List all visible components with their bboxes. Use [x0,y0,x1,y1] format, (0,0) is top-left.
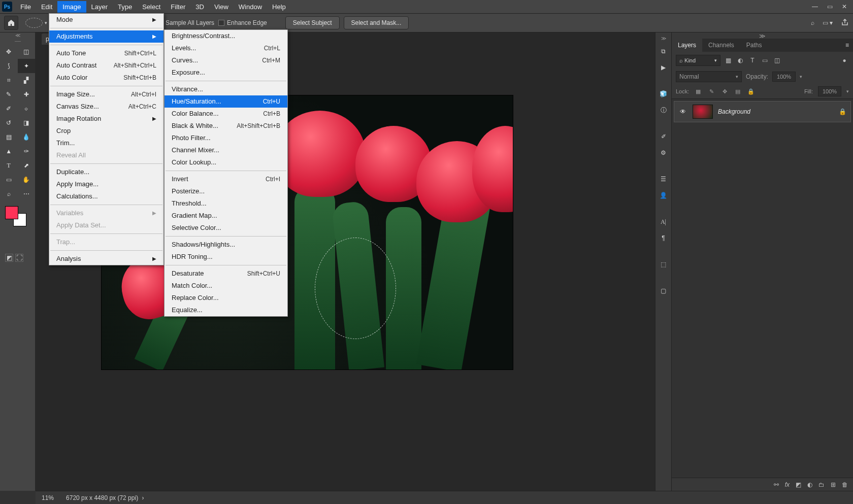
filter-shape-icon[interactable]: ▭ [760,56,769,65]
tab-channels[interactable]: Channels [702,39,740,52]
eyedropper-tool[interactable]: ✎ [0,87,18,102]
actions-panel-icon[interactable]: ▶ [658,62,669,73]
panel-menu-button[interactable]: ≡ [841,39,853,52]
tab-layers[interactable]: Layers [672,39,702,52]
image-menu-duplicate[interactable]: Duplicate... [49,166,163,178]
menu-type[interactable]: Type [113,1,137,13]
hand-tool[interactable]: ✋ [18,173,36,187]
image-menu-analysis[interactable]: Analysis▶ [49,253,163,265]
brush-tool[interactable]: ✐ [0,102,18,116]
select-and-mask-button[interactable]: Select and Mask... [344,16,409,29]
layer-style-icon[interactable]: fx [785,481,790,488]
select-subject-button[interactable]: Select Subject [285,16,340,29]
type-tool[interactable]: T [0,158,18,173]
move-tool[interactable]: ✥ [0,45,18,59]
adjust-menu-photo-filter[interactable]: Photo Filter... [165,132,287,144]
navigator-panel-icon[interactable]: ▢ [658,285,669,296]
blend-mode-select[interactable]: Normal▾ [676,71,742,82]
share-icon[interactable] [841,18,849,28]
menu-edit[interactable]: Edit [36,1,57,13]
more-tools[interactable]: ⋯ [18,187,36,201]
image-menu-trim[interactable]: Trim... [49,137,163,149]
adjust-menu-exposure[interactable]: Exposure... [165,66,287,79]
history-brush-tool[interactable]: ↺ [0,116,18,130]
adjust-menu-hue-saturation[interactable]: Hue/Saturation...Ctrl+U [165,95,287,108]
adjust-menu-brightness-contrast[interactable]: Brightness/Contrast... [165,30,287,42]
frame-tool[interactable]: ▞ [18,73,36,87]
adjust-menu-vibrance[interactable]: Vibrance... [165,83,287,95]
adjustments-panel-icon[interactable]: ⚙ [658,147,669,158]
link-layers-icon[interactable]: ⚯ [774,481,779,488]
new-group-icon[interactable]: 🗀 [818,481,825,488]
image-menu-auto-tone[interactable]: Auto ToneShift+Ctrl+L [49,47,163,59]
menu-help[interactable]: Help [267,1,291,13]
image-menu-adjustments[interactable]: Adjustments▶ [49,30,163,43]
screen-mode-toggle[interactable]: ⛶ [15,254,23,262]
image-menu-auto-color[interactable]: Auto ColorShift+Ctrl+B [49,72,163,84]
workspace-switcher[interactable]: ▭ ▾ [823,19,833,26]
image-menu-apply-image[interactable]: Apply Image... [49,178,163,190]
image-menu-image-size[interactable]: Image Size...Alt+Ctrl+I [49,88,163,100]
maximize-button[interactable]: ▭ [827,3,833,10]
panel-collapse-handle[interactable]: ≪ [0,32,35,39]
new-layer-icon[interactable]: ⊞ [831,481,836,488]
brush-panel-icon[interactable]: ✐ [658,131,669,142]
lock-paint-icon[interactable]: ✎ [707,88,715,95]
lasso-tool[interactable]: ⟆ [0,59,18,73]
panel-grip[interactable]: ┄┄ [0,39,35,45]
character-panel-icon[interactable]: A| [658,216,669,227]
adjust-menu-threshold[interactable]: Threshold... [165,197,287,210]
adjust-menu-shadows-highlights[interactable]: Shadows/Highlights... [165,239,287,251]
quick-mask-toggle[interactable]: ◩ [5,254,13,262]
panel-handle[interactable]: ≫ [672,32,853,39]
clone-stamp-tool[interactable]: ⟐ [18,102,36,116]
fill-value[interactable]: 100% [818,86,841,96]
adjust-menu-curves[interactable]: Curves...Ctrl+M [165,54,287,66]
dodge-tool[interactable]: ▲ [0,144,18,158]
image-menu-mode[interactable]: Mode▶ [49,14,163,26]
filter-toggle[interactable]: ● [840,56,849,65]
lock-artboard-icon[interactable]: ▤ [734,88,742,95]
quick-selection-tool[interactable]: ✦ [18,59,36,73]
filter-pixel-icon[interactable]: ▦ [724,56,733,65]
menu-3d[interactable]: 3D [190,1,209,13]
history-panel-icon[interactable]: ⧉ [658,46,669,57]
shape-tool[interactable]: ▭ [0,173,18,187]
filter-type-icon[interactable]: T [748,56,757,65]
path-selection-tool[interactable]: ⬈ [18,158,36,173]
menu-file[interactable]: File [15,1,36,13]
pen-tool[interactable]: ✑ [18,144,36,158]
marquee-tool[interactable]: ◫ [18,45,36,59]
3d-panel-icon-2[interactable]: ⬚ [658,259,669,270]
adjust-menu-hdr-toning[interactable]: HDR Toning... [165,251,287,263]
foreground-color[interactable] [5,206,18,219]
strip-handle[interactable]: ≫ [661,36,666,41]
adjust-menu-channel-mixer[interactable]: Channel Mixer... [165,144,287,156]
menu-image[interactable]: Image [57,1,86,13]
image-menu-crop[interactable]: Crop [49,125,163,137]
delete-layer-icon[interactable]: 🗑 [842,481,848,488]
adjust-menu-equalize[interactable]: Equalize... [165,304,287,316]
layer-mask-icon[interactable]: ◩ [796,481,801,488]
fill-scrub[interactable]: ▾ [846,89,849,94]
libraries-panel-icon[interactable]: ☰ [658,174,669,185]
menu-window[interactable]: Window [234,1,267,13]
minimize-button[interactable]: — [812,3,818,10]
crop-tool[interactable]: ⌗ [0,73,18,87]
adjust-menu-color-lookup[interactable]: Color Lookup... [165,156,287,169]
filter-adjust-icon[interactable]: ◐ [736,56,745,65]
adjust-menu-invert[interactable]: InvertCtrl+I [165,173,287,185]
3d-panel-icon[interactable]: 🧊 [658,88,669,99]
layer-name[interactable]: Background [718,108,834,115]
search-icon[interactable]: ⌕ [811,19,814,26]
adjust-menu-match-color[interactable]: Match Color... [165,280,287,292]
image-menu-calculations[interactable]: Calculations... [49,190,163,203]
opacity-value[interactable]: 100% [772,72,796,82]
close-button[interactable]: ✕ [842,3,847,10]
properties-panel-icon[interactable]: 👤 [658,190,669,201]
zoom-level[interactable]: 11% [42,494,54,501]
new-adjustment-icon[interactable]: ◐ [807,481,812,488]
filter-smart-icon[interactable]: ◫ [772,56,781,65]
color-swatches[interactable] [0,206,35,228]
lock-all-icon[interactable]: 🔒 [747,88,755,95]
